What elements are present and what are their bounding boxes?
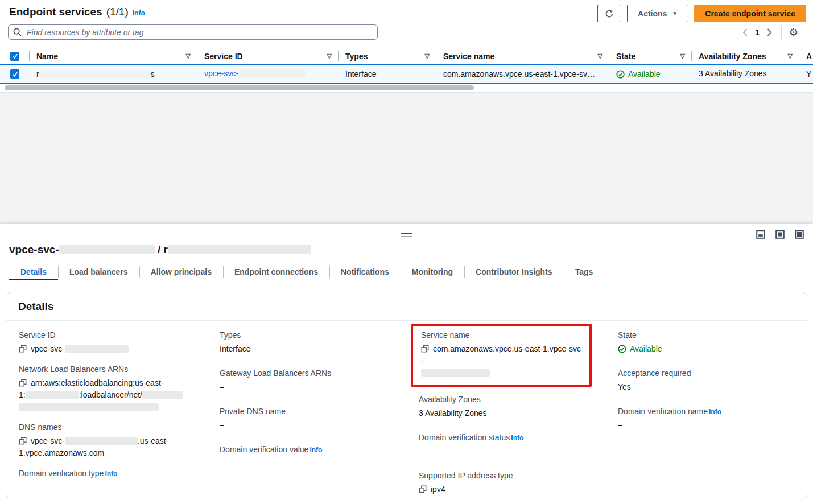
availability-zones-popover[interactable]: 3 Availability Zones [699, 69, 767, 79]
create-endpoint-service-button[interactable]: Create endpoint service [694, 5, 806, 22]
redacted-value [26, 391, 79, 399]
panel-resize-handle[interactable] [401, 233, 412, 237]
sort-icon[interactable]: ▽ [323, 52, 332, 60]
details-column-1: Service ID vpce-svc- Network Load Balanc… [6, 331, 207, 499]
column-header-name[interactable]: Name ▽ [30, 48, 197, 64]
field-service-name-highlighted: Service name com.amazonaws.vpce.us-east-… [411, 324, 592, 387]
field-service-id: Service ID vpce-svc- [19, 331, 194, 355]
status-badge: Available [616, 69, 661, 79]
panel-bottom-small-icon[interactable] [756, 230, 765, 239]
refresh-icon [605, 9, 614, 18]
field-private-dns-name: Private DNS name – [220, 407, 393, 431]
field-gateway-lb-arns: Gateway Load Balancers ARNs – [220, 369, 393, 393]
panel-layout-controls [756, 230, 804, 239]
sort-icon[interactable]: ▽ [593, 52, 602, 60]
select-all-checkbox[interactable] [10, 52, 19, 61]
check-icon [12, 71, 18, 77]
field-availability-zones: Availability Zones 3 Availability Zones [419, 395, 592, 419]
redacted-service-id [238, 70, 306, 77]
field-types: Types Interface [220, 331, 393, 355]
split-panel: vpce-svc- / r Details Load balancers All… [0, 224, 813, 504]
sort-icon[interactable]: ▽ [783, 52, 793, 60]
info-link[interactable]: Info [511, 434, 523, 442]
horizontal-scrollbar[interactable] [0, 85, 813, 90]
column-header-service-id[interactable]: Service ID ▽ [197, 48, 339, 64]
tab-allow-principals[interactable]: Allow principals [139, 264, 223, 280]
scrollbar-thumb[interactable] [5, 85, 474, 90]
resource-count: (1/1) [106, 6, 129, 18]
row-types-cell: Interface [339, 65, 436, 83]
redacted-name [39, 71, 151, 78]
check-icon [12, 53, 18, 59]
column-header-partial[interactable]: A [799, 48, 813, 64]
panel-tabs: Details Load balancers Allow principals … [0, 264, 813, 280]
tab-tags[interactable]: Tags [564, 264, 605, 280]
copy-icon[interactable] [419, 485, 427, 493]
details-card: Details Service ID vpce-svc- Network Loa… [6, 292, 807, 499]
page-info-link[interactable]: Info [133, 9, 145, 17]
details-column-3: Service name com.amazonaws.vpce.us-east-… [406, 331, 605, 499]
status-available-icon [618, 345, 626, 353]
next-page-button[interactable] [767, 28, 772, 36]
actions-button[interactable]: Actions ▼ [627, 5, 688, 22]
tab-contributor-insights[interactable]: Contributor Insights [464, 264, 564, 280]
field-domain-verification-status: Domain verification status Info – [419, 433, 592, 457]
copy-icon[interactable] [421, 345, 429, 353]
details-card-title: Details [6, 292, 807, 321]
table-row[interactable]: rs vpce-svc- Interface com.amazonaws.vpc… [0, 64, 813, 84]
sort-icon[interactable]: ▽ [181, 52, 191, 60]
details-column-4: State Available Acceptance required [605, 331, 807, 499]
redacted-service-name [168, 245, 311, 254]
status-available-icon [616, 70, 625, 79]
row-partial-cell: Y [799, 65, 813, 83]
panel-title: vpce-svc- / r [9, 243, 311, 256]
copy-icon[interactable] [19, 437, 27, 445]
divider [781, 26, 782, 39]
column-header-availability-zones[interactable]: Availability Zones ▽ [692, 48, 799, 64]
tab-monitoring[interactable]: Monitoring [401, 264, 464, 280]
copy-icon[interactable] [19, 379, 27, 387]
sort-icon[interactable]: ▽ [420, 52, 430, 60]
panel-bottom-medium-icon[interactable] [775, 230, 785, 239]
tab-details[interactable]: Details [9, 264, 58, 280]
tab-load-balancers[interactable]: Load balancers [58, 264, 139, 280]
content-background [0, 92, 813, 224]
row-checkbox[interactable] [10, 69, 19, 79]
search-bar [8, 24, 378, 40]
redacted-service-id [59, 245, 155, 254]
redacted-value [65, 345, 129, 353]
table-header-row: Name ▽ Service ID ▽ Types ▽ Service name… [0, 48, 813, 64]
pagination: 1 ⚙ [742, 26, 798, 39]
copy-icon[interactable] [19, 345, 27, 353]
field-domain-verification-name: Domain verification name Info – [618, 407, 794, 431]
service-id-link[interactable]: vpce-svc- [204, 69, 306, 79]
search-input[interactable] [8, 24, 378, 40]
endpoint-services-table: Name ▽ Service ID ▽ Types ▽ Service name… [0, 48, 813, 84]
field-domain-verification-type: Domain verification type Info – [19, 469, 194, 493]
current-page[interactable]: 1 [755, 28, 760, 37]
redacted-value [19, 403, 159, 411]
tab-notifications[interactable]: Notifications [329, 264, 401, 280]
column-header-state[interactable]: State ▽ [609, 48, 692, 64]
redacted-value [65, 437, 138, 445]
field-domain-verification-value: Domain verification value Info – [220, 445, 393, 469]
availability-zones-popover[interactable]: 3 Availability Zones [419, 408, 487, 418]
column-header-types[interactable]: Types ▽ [339, 48, 436, 64]
preferences-gear-button[interactable]: ⚙ [789, 27, 798, 38]
info-link[interactable]: Info [709, 408, 721, 416]
chevron-down-icon: ▼ [672, 10, 678, 16]
redacted-value [421, 369, 490, 377]
column-header-service-name[interactable]: Service name ▽ [436, 48, 609, 64]
field-state: State Available [618, 331, 794, 355]
refresh-button[interactable] [597, 5, 621, 22]
panel-bottom-large-icon[interactable] [795, 230, 804, 239]
page-title: Endpoint services [9, 6, 102, 18]
info-link[interactable]: Info [309, 446, 322, 454]
details-column-2: Types Interface Gateway Load Balancers A… [207, 331, 406, 499]
previous-page-button[interactable] [742, 28, 748, 36]
sort-icon[interactable]: ▽ [676, 52, 685, 60]
redacted-value [142, 391, 183, 399]
info-link[interactable]: Info [105, 470, 117, 478]
tab-endpoint-connections[interactable]: Endpoint connections [223, 264, 329, 280]
field-supported-ip: Supported IP address type ipv4 [419, 471, 592, 495]
